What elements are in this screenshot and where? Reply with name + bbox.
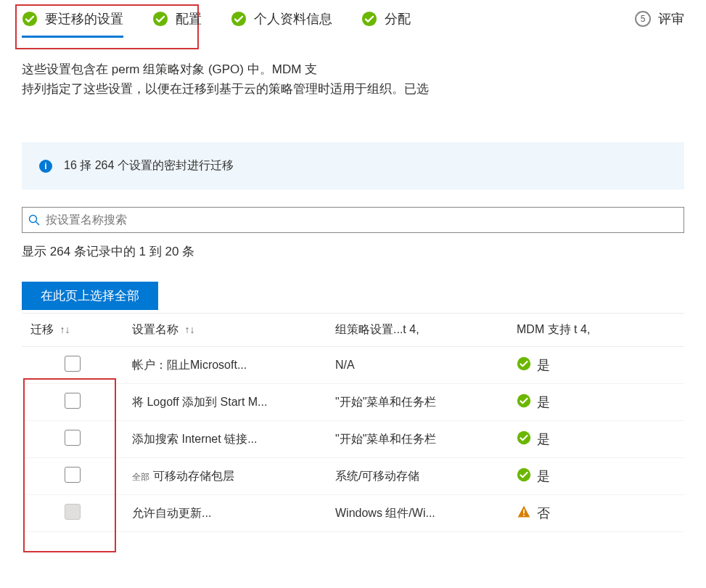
select-all-button[interactable]: 在此页上选择全部 bbox=[22, 282, 158, 310]
svg-line-5 bbox=[36, 222, 40, 226]
migrate-checkbox[interactable] bbox=[65, 467, 81, 483]
svg-point-6 bbox=[517, 357, 530, 370]
step-label: 个人资料信息 bbox=[254, 10, 332, 28]
setting-name-text: 可移动存储包层 bbox=[153, 470, 234, 482]
search-input[interactable] bbox=[46, 213, 678, 226]
svg-point-1 bbox=[153, 12, 168, 26]
cell-setting-name: 帐户：阻止Microsoft... bbox=[123, 347, 327, 384]
cell-gpo-setting: "开始"菜单和任务栏 bbox=[327, 384, 508, 421]
cell-gpo-setting: "开始"菜单和任务栏 bbox=[327, 421, 508, 458]
check-icon bbox=[517, 467, 531, 486]
cell-gpo-setting: Windows 组件/Wi... bbox=[327, 495, 508, 532]
step-label: 配置 bbox=[176, 10, 202, 28]
search-container bbox=[22, 207, 684, 233]
warning-icon bbox=[517, 505, 531, 523]
migrate-checkbox[interactable] bbox=[65, 356, 81, 372]
record-count-text: 显示 264 条记录中的 1 到 20 条 bbox=[22, 243, 684, 260]
setting-name-text: 帐户：阻止Microsoft... bbox=[132, 359, 247, 371]
settings-table-container: 迁移 ↑↓ 设置名称 ↑↓ 组策略设置...t 4, MDM 支持 t 4, 帐… bbox=[22, 313, 684, 532]
step-assign[interactable]: 分配 bbox=[361, 10, 411, 38]
cell-setting-name: 添加搜索 Internet 链接... bbox=[123, 421, 327, 458]
col-header-mdm[interactable]: MDM 支持 t 4, bbox=[508, 314, 684, 347]
step-number-icon: 5 bbox=[635, 11, 651, 27]
svg-rect-11 bbox=[523, 515, 525, 516]
check-icon bbox=[22, 11, 38, 27]
col-label: MDM 支持 t 4, bbox=[517, 323, 590, 335]
step-label: 要迁移的设置 bbox=[45, 10, 123, 28]
cell-mdm-support: 是 bbox=[508, 421, 684, 458]
cell-mdm-support: 是 bbox=[508, 347, 684, 384]
cell-setting-name: 允许自动更新... bbox=[123, 495, 327, 532]
step-configure[interactable]: 配置 bbox=[152, 10, 202, 38]
mdm-support-text: 是 bbox=[537, 393, 550, 411]
check-icon bbox=[517, 430, 531, 449]
table-row: 添加搜索 Internet 链接..."开始"菜单和任务栏是 bbox=[22, 421, 684, 458]
info-message-bar: i 16 择 264 个设置的密封进行迁移 bbox=[22, 142, 684, 189]
setting-name-text: 添加搜索 Internet 链接... bbox=[132, 433, 257, 445]
col-label: 设置名称 bbox=[132, 323, 178, 335]
check-icon bbox=[231, 11, 247, 27]
cell-mdm-support: 是 bbox=[508, 384, 684, 421]
svg-point-9 bbox=[517, 468, 530, 481]
mdm-support-text: 否 bbox=[537, 505, 550, 522]
step-label: 分配 bbox=[385, 10, 411, 28]
step-label: 评审 bbox=[658, 10, 684, 28]
cell-mdm-support: 是 bbox=[508, 458, 684, 495]
desc-line: 这些设置包含在 perm 组策略对象 (GPO) 中。MDM 支 bbox=[22, 60, 684, 79]
cell-gpo-setting: 系统/可移动存储 bbox=[327, 458, 508, 495]
cell-gpo-setting: N/A bbox=[327, 347, 508, 384]
svg-point-2 bbox=[231, 12, 246, 26]
migrate-checkbox[interactable] bbox=[65, 393, 81, 409]
col-header-migrate[interactable]: 迁移 ↑↓ bbox=[22, 314, 123, 347]
migrate-checkbox[interactable] bbox=[65, 430, 81, 446]
svg-point-4 bbox=[30, 216, 37, 223]
sort-icon: ↑↓ bbox=[57, 324, 70, 335]
col-header-gpo[interactable]: 组策略设置...t 4, bbox=[327, 314, 508, 347]
sort-icon: ↑↓ bbox=[181, 324, 194, 335]
cell-mdm-support: 否 bbox=[508, 495, 684, 532]
table-row: 帐户：阻止Microsoft...N/A是 bbox=[22, 347, 684, 384]
col-header-name[interactable]: 设置名称 ↑↓ bbox=[123, 314, 327, 347]
search-box[interactable] bbox=[22, 207, 684, 233]
info-text: 16 择 264 个设置的密封进行迁移 bbox=[64, 158, 234, 173]
table-header-row: 迁移 ↑↓ 设置名称 ↑↓ 组策略设置...t 4, MDM 支持 t 4, bbox=[22, 314, 684, 347]
wizard-stepper: 要迁移的设置 配置 个人资料信息 分配 5 评审 bbox=[0, 0, 706, 38]
setting-name-text: 将 Logoff 添加到 Start M... bbox=[132, 396, 267, 408]
col-label: 迁移 bbox=[30, 323, 54, 335]
setting-name-text: 允许自动更新... bbox=[132, 507, 211, 519]
step-profile-info[interactable]: 个人资料信息 bbox=[231, 10, 332, 38]
cell-setting-name: 全部 可移动存储包层 bbox=[123, 458, 327, 495]
step-review[interactable]: 5 评审 bbox=[635, 10, 684, 38]
mdm-support-text: 是 bbox=[537, 356, 550, 374]
mdm-support-text: 是 bbox=[537, 467, 550, 485]
svg-point-7 bbox=[517, 394, 530, 407]
col-label: 组策略设置...t 4, bbox=[335, 323, 419, 335]
check-icon bbox=[517, 393, 531, 412]
cell-setting-name: 将 Logoff 添加到 Start M... bbox=[123, 384, 327, 421]
settings-table: 迁移 ↑↓ 设置名称 ↑↓ 组策略设置...t 4, MDM 支持 t 4, 帐… bbox=[22, 314, 684, 532]
svg-point-3 bbox=[362, 12, 377, 26]
table-row: 将 Logoff 添加到 Start M..."开始"菜单和任务栏是 bbox=[22, 384, 684, 421]
table-row: 全部 可移动存储包层系统/可移动存储是 bbox=[22, 458, 684, 495]
page-description: 这些设置包含在 perm 组策略对象 (GPO) 中。MDM 支 持列指定了这些… bbox=[0, 38, 706, 99]
check-icon bbox=[361, 11, 377, 27]
info-icon: i bbox=[39, 160, 52, 173]
check-icon bbox=[152, 11, 168, 27]
name-prefix: 全部 bbox=[132, 472, 152, 482]
step-settings-to-migrate[interactable]: 要迁移的设置 bbox=[22, 10, 123, 38]
svg-point-0 bbox=[22, 12, 37, 26]
migrate-checkbox bbox=[65, 504, 81, 520]
search-icon bbox=[28, 214, 40, 226]
svg-rect-10 bbox=[523, 510, 525, 514]
table-row: 允许自动更新...Windows 组件/Wi...否 bbox=[22, 495, 684, 532]
check-icon bbox=[517, 356, 531, 375]
svg-point-8 bbox=[517, 431, 530, 444]
mdm-support-text: 是 bbox=[537, 430, 550, 448]
desc-line: 持列指定了这些设置，以便在迁移到基于云的策略管理时适用于组织。已选 bbox=[22, 79, 684, 99]
